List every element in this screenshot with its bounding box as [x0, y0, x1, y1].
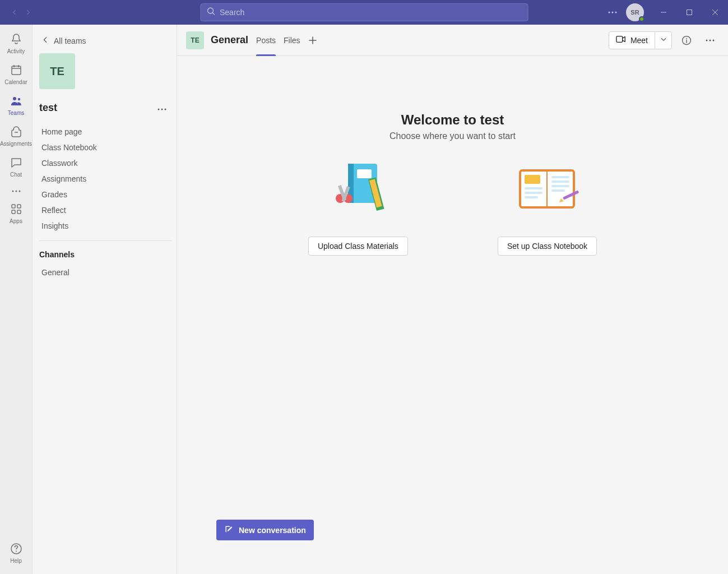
apps-icon: [10, 202, 23, 217]
meet-button[interactable]: Meet: [609, 31, 655, 49]
back-all-teams[interactable]: All teams: [39, 31, 172, 53]
rail-apps[interactable]: Apps: [0, 199, 33, 230]
search-input[interactable]: [220, 8, 522, 17]
svg-point-1: [609, 12, 610, 13]
rail-chat[interactable]: Chat: [0, 152, 33, 183]
video-icon: [616, 35, 626, 45]
svg-rect-13: [12, 210, 15, 214]
svg-rect-42: [551, 180, 569, 183]
avatar-initials: SR: [630, 9, 639, 16]
channel-header: TE General Posts Files Meet: [177, 25, 728, 56]
welcome-title: Welcome to test: [401, 112, 504, 128]
svg-point-19: [165, 109, 166, 110]
close-icon[interactable]: [702, 0, 728, 25]
teams-icon: [10, 94, 23, 109]
notebook-illustration-icon: [513, 158, 581, 220]
svg-point-18: [161, 109, 163, 110]
link-notebook[interactable]: Class Notebook: [39, 140, 172, 155]
svg-rect-43: [551, 185, 569, 187]
header-more-icon[interactable]: [701, 31, 719, 49]
welcome-subtitle: Choose where you want to start: [389, 131, 516, 141]
chevron-down-icon: [660, 36, 667, 44]
svg-rect-20: [616, 36, 623, 43]
calendar-icon: [10, 63, 23, 78]
help-icon: [10, 542, 23, 557]
window-controls: [651, 0, 728, 25]
svg-point-3: [615, 12, 617, 13]
rail-label: Calendar: [4, 79, 27, 85]
maximize-icon[interactable]: [676, 0, 702, 25]
new-conversation-button[interactable]: New conversation: [216, 520, 314, 540]
link-home[interactable]: Home page: [39, 124, 172, 140]
channels-header: Channels: [39, 247, 172, 265]
svg-rect-12: [17, 205, 21, 208]
chat-icon: [10, 156, 23, 170]
upload-button[interactable]: Upload Class Materials: [308, 237, 408, 256]
app-rail: Activity Calendar Teams Assignments Chat…: [0, 25, 33, 574]
minimize-icon[interactable]: [651, 0, 676, 25]
rail-label: Assignments: [0, 141, 32, 147]
svg-point-16: [16, 551, 17, 552]
rail-more-icon[interactable]: [0, 183, 33, 199]
svg-point-17: [158, 109, 160, 110]
svg-rect-14: [17, 210, 21, 214]
team-name: test: [39, 102, 57, 114]
search-icon: [206, 7, 220, 18]
titlebar: SR: [0, 0, 728, 25]
svg-point-23: [706, 39, 708, 41]
info-icon[interactable]: [678, 31, 695, 49]
new-conversation-label: New conversation: [239, 526, 306, 535]
rail-help[interactable]: Help: [0, 539, 33, 570]
svg-rect-11: [12, 205, 15, 208]
rail-label: Activity: [7, 48, 25, 54]
svg-point-7: [17, 98, 20, 100]
link-reflect[interactable]: Reflect: [39, 202, 172, 218]
svg-point-2: [612, 12, 614, 13]
backpack-icon: [10, 125, 23, 140]
rail-label: Chat: [10, 172, 22, 178]
svg-rect-41: [551, 176, 569, 178]
compose-icon: [224, 525, 233, 535]
channel-general[interactable]: General: [39, 265, 172, 280]
rail-activity[interactable]: Activity: [0, 29, 33, 60]
history-nav: [9, 3, 34, 21]
svg-rect-38: [525, 187, 542, 189]
back-label: All teams: [54, 36, 86, 45]
svg-point-8: [12, 191, 13, 192]
svg-rect-39: [525, 192, 542, 194]
meet-caret[interactable]: [655, 31, 672, 49]
link-classwork[interactable]: Classwork: [39, 155, 172, 171]
team-avatar[interactable]: TE: [39, 53, 75, 89]
materials-illustration-icon: [324, 158, 392, 220]
tab-add-icon[interactable]: [308, 36, 317, 45]
tab-files[interactable]: Files: [284, 25, 300, 55]
svg-rect-4: [687, 10, 692, 15]
svg-point-6: [13, 97, 16, 100]
search-box[interactable]: [200, 3, 528, 21]
link-assignments[interactable]: Assignments: [39, 171, 172, 187]
svg-rect-37: [525, 175, 540, 184]
card-upload: Upload Class Materials: [308, 158, 408, 256]
svg-point-0: [207, 8, 213, 13]
svg-point-10: [18, 191, 20, 192]
tab-posts[interactable]: Posts: [256, 25, 276, 55]
link-insights[interactable]: Insights: [39, 218, 172, 234]
svg-rect-44: [551, 189, 565, 192]
rail-assignments[interactable]: Assignments: [0, 122, 33, 152]
link-grades[interactable]: Grades: [39, 187, 172, 202]
team-more-icon[interactable]: [155, 100, 169, 115]
notebook-button[interactable]: Set up Class Notebook: [498, 237, 597, 256]
back-arrow-icon[interactable]: [9, 3, 20, 21]
chevron-left-icon: [41, 36, 49, 45]
forward-arrow-icon[interactable]: [22, 3, 34, 21]
svg-point-9: [15, 191, 17, 192]
rail-teams[interactable]: Teams: [0, 91, 33, 122]
svg-rect-28: [357, 169, 372, 178]
avatar[interactable]: SR: [626, 3, 644, 21]
meet-label: Meet: [630, 36, 648, 45]
svg-point-24: [710, 39, 711, 41]
titlebar-more-icon[interactable]: [604, 3, 622, 21]
rail-calendar[interactable]: Calendar: [0, 60, 33, 91]
content: TE General Posts Files Meet: [177, 25, 728, 574]
tabs: Posts Files: [256, 25, 317, 55]
